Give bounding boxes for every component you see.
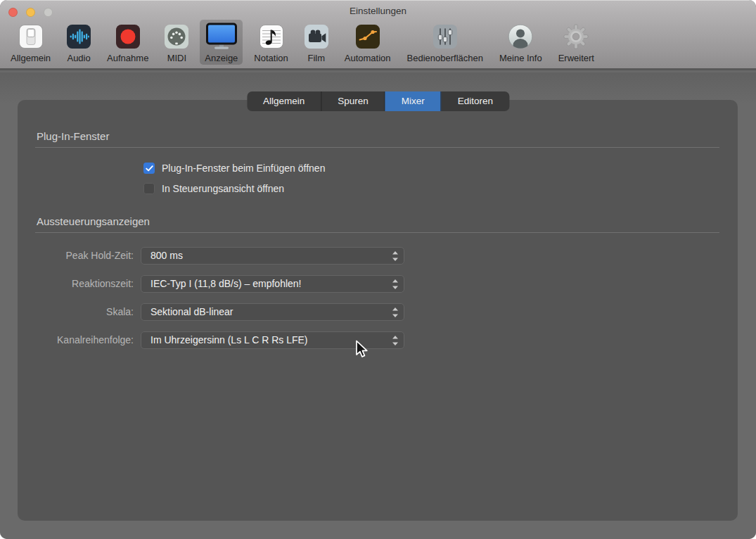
tab-spuren[interactable]: Spuren — [321, 91, 385, 111]
toolbar-item-audio[interactable]: Audio — [62, 20, 96, 65]
control-surfaces-icon — [433, 22, 457, 51]
toolbar-item-label: Anzeige — [205, 53, 238, 63]
toolbar-item-erweitert[interactable]: Erweitert — [553, 20, 599, 65]
toolbar-item-label: Erweitert — [558, 53, 594, 63]
toolbar: Einstellungen Allgemein — [0, 0, 756, 70]
section-title-aussteuerungsanzeigen: Aussteuerungsanzeigen — [37, 215, 150, 227]
film-camera-icon — [305, 22, 328, 51]
automation-icon — [356, 22, 380, 51]
toolbar-item-label: Meine Info — [499, 53, 542, 63]
toolbar-item-film[interactable]: Film — [300, 20, 333, 65]
audio-waveform-icon — [67, 22, 91, 51]
general-switch-icon — [19, 22, 43, 51]
popup-value: Im Uhrzeigersinn (Ls L C R Rs LFE) — [150, 334, 308, 345]
checkbox-row-steuerungsansicht[interactable]: In Steuerungsansicht öffnen — [143, 182, 284, 195]
toolbar-items: Allgemein — [6, 20, 599, 65]
popup-reaktionszeit[interactable]: IEC-Typ I (11,8 dB/s) – empfohlen! — [141, 275, 404, 293]
toolbar-item-anzeige[interactable]: Anzeige — [200, 20, 243, 65]
toolbar-item-label: Automation — [345, 53, 391, 63]
toolbar-item-aufnahme[interactable]: Aufnahme — [102, 20, 153, 65]
section-title-plugin-fenster: Plug-In-Fenster — [37, 130, 109, 142]
notation-icon — [260, 22, 283, 51]
toolbar-item-label: MIDI — [167, 53, 186, 63]
chevron-up-down-icon — [392, 335, 399, 351]
gear-icon — [563, 22, 589, 51]
popup-peak-hold-zeit[interactable]: 800 ms — [141, 247, 404, 265]
toolbar-item-meine-info[interactable]: Meine Info — [494, 20, 547, 65]
toolbar-item-bedienoberflaechen[interactable]: Bedienoberflächen — [402, 20, 488, 65]
popup-value: IEC-Typ I (11,8 dB/s) – empfohlen! — [150, 278, 302, 289]
toolbar-item-label: Allgemein — [11, 53, 51, 63]
checkbox-unchecked-icon[interactable] — [143, 183, 155, 194]
midi-connector-icon — [165, 22, 188, 51]
field-label-peak-hold-zeit: Peak Hold-Zeit: — [18, 247, 134, 265]
section-divider — [35, 147, 719, 148]
toolbar-item-notation[interactable]: Notation — [249, 20, 293, 65]
preferences-window: Einstellungen Allgemein — [0, 0, 756, 539]
toolbar-item-label: Aufnahme — [107, 53, 148, 63]
checkbox-checked-icon[interactable] — [143, 163, 155, 174]
field-label-kanalreihenfolge: Kanalreihenfolge: — [18, 331, 134, 349]
popup-value: Sektional dB-linear — [150, 306, 233, 317]
tab-bar: Allgemein Spuren Mixer Editoren — [247, 91, 509, 111]
checkbox-label: Plug-In-Fenster beim Einfügen öffnen — [162, 163, 325, 174]
toolbar-item-label: Audio — [67, 53, 90, 63]
toolbar-item-automation[interactable]: Automation — [340, 20, 396, 65]
chevron-up-down-icon — [392, 251, 399, 267]
toolbar-item-label: Notation — [254, 53, 288, 63]
toolbar-item-label: Film — [307, 53, 325, 63]
chevron-up-down-icon — [392, 279, 399, 295]
mouse-cursor-icon — [354, 340, 370, 362]
toolbar-item-allgemein[interactable]: Allgemein — [6, 20, 56, 65]
toolbar-item-midi[interactable]: MIDI — [160, 20, 193, 65]
window-title: Einstellungen — [0, 6, 756, 16]
checkbox-label: In Steuerungsansicht öffnen — [162, 183, 284, 194]
record-icon — [116, 22, 140, 51]
section-divider — [35, 232, 719, 233]
tab-editoren[interactable]: Editoren — [442, 91, 509, 111]
field-label-reaktionszeit: Reaktionszeit: — [18, 275, 134, 293]
popup-skala[interactable]: Sektional dB-linear — [141, 303, 404, 321]
toolbar-item-label: Bedienoberflächen — [407, 53, 483, 63]
user-avatar-icon — [507, 22, 534, 51]
field-label-skala: Skala: — [18, 303, 134, 321]
settings-panel: Plug-In-Fenster Plug-In-Fenster beim Ein… — [18, 100, 738, 521]
checkbox-row-plugin-fenster-oeffnen[interactable]: Plug-In-Fenster beim Einfügen öffnen — [143, 162, 325, 175]
chevron-up-down-icon — [392, 307, 399, 323]
content-area: Plug-In-Fenster Plug-In-Fenster beim Ein… — [0, 72, 756, 539]
display-icon — [205, 22, 238, 51]
tab-mixer[interactable]: Mixer — [385, 91, 442, 111]
popup-value: 800 ms — [150, 250, 183, 261]
tab-allgemein[interactable]: Allgemein — [247, 91, 321, 111]
